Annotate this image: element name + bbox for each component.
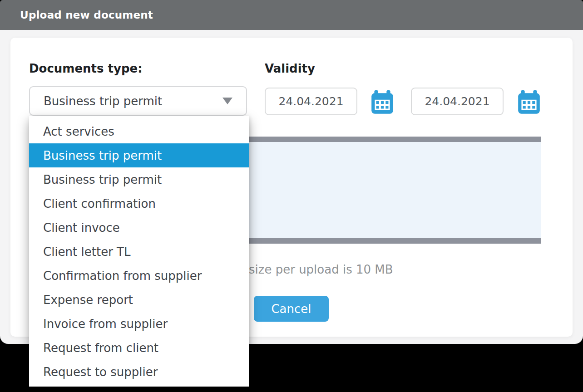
validity-to-input[interactable] — [411, 88, 504, 115]
documents-type-selected-value: Business trip permit — [44, 94, 162, 108]
dropdown-item[interactable]: Business trip permit — [29, 143, 249, 167]
documents-type-label: Documents type: — [29, 62, 143, 75]
documents-type-select[interactable]: Business trip permit — [29, 86, 247, 116]
validity-label: Validity — [265, 62, 315, 75]
documents-type-dropdown: Act servicesBusiness trip permitBusiness… — [29, 116, 249, 387]
dropdown-item[interactable]: Act services — [29, 119, 249, 143]
window-title: Upload new document — [20, 9, 153, 21]
dropdown-item[interactable]: Confirmation from supplier — [29, 264, 249, 288]
chevron-down-icon — [222, 98, 232, 104]
dropdown-item[interactable]: Client invoce — [29, 216, 249, 240]
calendar-icon[interactable] — [516, 89, 542, 116]
calendar-icon[interactable] — [369, 89, 395, 116]
validity-from-input[interactable] — [265, 88, 357, 115]
dropdown-item[interactable]: Request to supplier — [29, 360, 249, 384]
upload-size-hint: size per upload is 10 MB — [249, 263, 393, 276]
cancel-button[interactable]: Cancel — [254, 296, 329, 322]
titlebar: Upload new document — [0, 0, 583, 30]
dropdown-item[interactable]: Client confirmation — [29, 191, 249, 216]
dropdown-item[interactable]: Business trip permit — [29, 167, 249, 191]
dropdown-item[interactable]: Client letter TL — [29, 240, 249, 264]
dropdown-item[interactable]: Invoice from supplier — [29, 312, 249, 336]
dropdown-item[interactable]: Request from client — [29, 336, 249, 360]
dropdown-item[interactable]: Expense report — [29, 288, 249, 312]
app-window: Upload new document Documents type: Vali… — [0, 0, 583, 392]
